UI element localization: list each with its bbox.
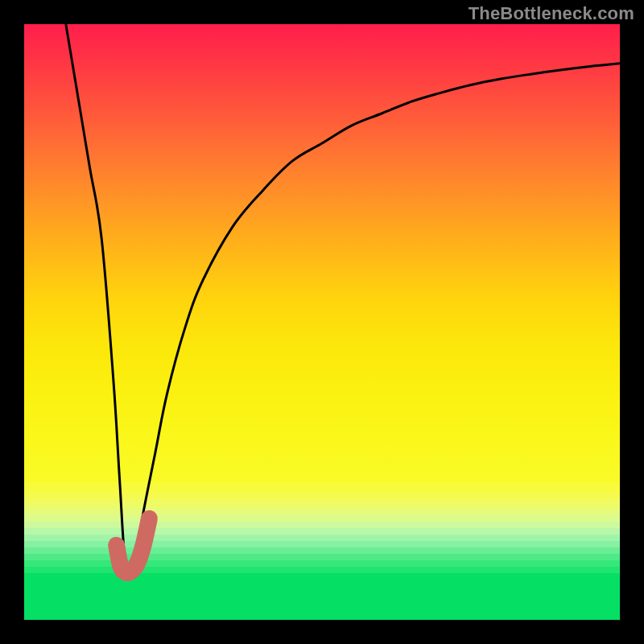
bottleneck-curve: [66, 24, 620, 574]
marker-dot: [109, 537, 122, 550]
chart-frame: TheBottleneck.com: [0, 0, 644, 644]
watermark-label: TheBottleneck.com: [469, 3, 634, 24]
chart-svg: [24, 24, 620, 620]
plot-area: [24, 24, 620, 620]
